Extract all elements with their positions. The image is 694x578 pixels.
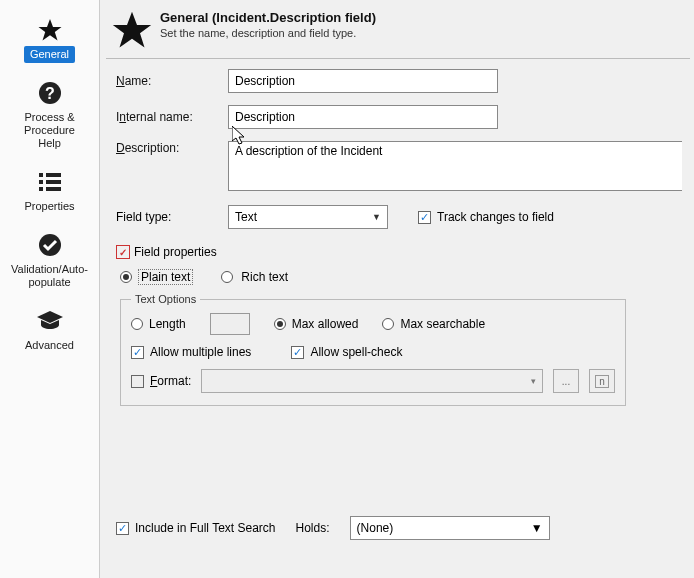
sidebar-item-label: Advanced: [19, 337, 80, 354]
allow-spell-check-checkbox[interactable]: Allow spell-check: [291, 345, 402, 359]
field-type-select[interactable]: Text ▼: [228, 205, 388, 229]
check-circle-icon: [36, 231, 64, 259]
holds-label: Holds:: [296, 521, 330, 535]
text-options-group: Text Options Length Max allowed Max sear…: [120, 293, 626, 406]
sidebar-item-general[interactable]: General: [5, 12, 95, 67]
length-radio[interactable]: Length: [131, 317, 186, 331]
plain-text-radio[interactable]: Plain text: [120, 269, 193, 285]
allow-multiple-lines-checkbox[interactable]: Allow multiple lines: [131, 345, 251, 359]
field-type-label: Field type:: [116, 210, 228, 224]
rich-text-radio[interactable]: Rich text: [221, 269, 290, 285]
format-n-button[interactable]: n: [589, 369, 615, 393]
svg-rect-8: [46, 187, 61, 191]
svg-text:?: ?: [45, 85, 55, 102]
header: General (Incident.Description field) Set…: [100, 0, 694, 58]
internal-name-label: Internal name:: [116, 110, 228, 124]
format-select: ▾: [201, 369, 543, 393]
star-icon: [112, 10, 152, 50]
svg-marker-10: [37, 311, 63, 323]
list-icon: [36, 168, 64, 196]
sidebar-item-advanced[interactable]: Advanced: [5, 303, 95, 358]
svg-rect-4: [46, 173, 61, 177]
separator: [106, 58, 690, 59]
field-properties-header: ✓ Field properties: [116, 245, 686, 259]
sidebar: General ? Process & Procedure Help Prope…: [0, 0, 100, 578]
page-subtitle: Set the name, description and field type…: [160, 27, 376, 39]
question-circle-icon: ?: [36, 79, 64, 107]
holds-value: (None): [357, 521, 394, 535]
chevron-down-icon: ▼: [531, 521, 543, 535]
format-checkbox[interactable]: Format:: [131, 374, 191, 388]
field-type-value: Text: [235, 210, 257, 224]
name-label: Name:: [116, 74, 228, 88]
sidebar-item-properties[interactable]: Properties: [5, 164, 95, 219]
max-searchable-radio[interactable]: Max searchable: [382, 317, 485, 331]
graduation-cap-icon: [36, 307, 64, 335]
text-options-legend: Text Options: [131, 293, 200, 305]
sidebar-item-validation[interactable]: Validation/Auto-populate: [5, 227, 95, 295]
format-browse-button[interactable]: ...: [553, 369, 579, 393]
chevron-down-icon: ▾: [531, 376, 536, 386]
main-panel: General (Incident.Description field) Set…: [100, 0, 694, 578]
star-icon: [36, 16, 64, 44]
holds-select[interactable]: (None) ▼: [350, 516, 550, 540]
svg-rect-3: [39, 173, 43, 177]
svg-marker-0: [38, 19, 61, 41]
checkbox-marker-icon: ✓: [116, 245, 130, 259]
svg-rect-5: [39, 180, 43, 184]
chevron-down-icon: ▼: [372, 212, 381, 222]
svg-rect-7: [39, 187, 43, 191]
length-input: [210, 313, 250, 335]
name-input[interactable]: [228, 69, 498, 93]
description-textarea[interactable]: A description of the Incident: [228, 141, 682, 191]
svg-rect-6: [46, 180, 61, 184]
svg-marker-11: [113, 12, 151, 48]
page-title: General (Incident.Description field): [160, 10, 376, 25]
track-changes-checkbox[interactable]: Track changes to field: [418, 210, 554, 224]
sidebar-item-process-help[interactable]: ? Process & Procedure Help: [5, 75, 95, 156]
sidebar-item-label: General: [24, 46, 75, 63]
max-allowed-radio[interactable]: Max allowed: [274, 317, 359, 331]
sidebar-item-label: Properties: [18, 198, 80, 215]
description-label: Description:: [116, 141, 228, 155]
internal-name-input[interactable]: [228, 105, 498, 129]
include-full-text-checkbox[interactable]: Include in Full Text Search: [116, 521, 276, 535]
sidebar-item-label: Validation/Auto-populate: [5, 261, 94, 291]
sidebar-item-label: Process & Procedure Help: [7, 109, 93, 152]
